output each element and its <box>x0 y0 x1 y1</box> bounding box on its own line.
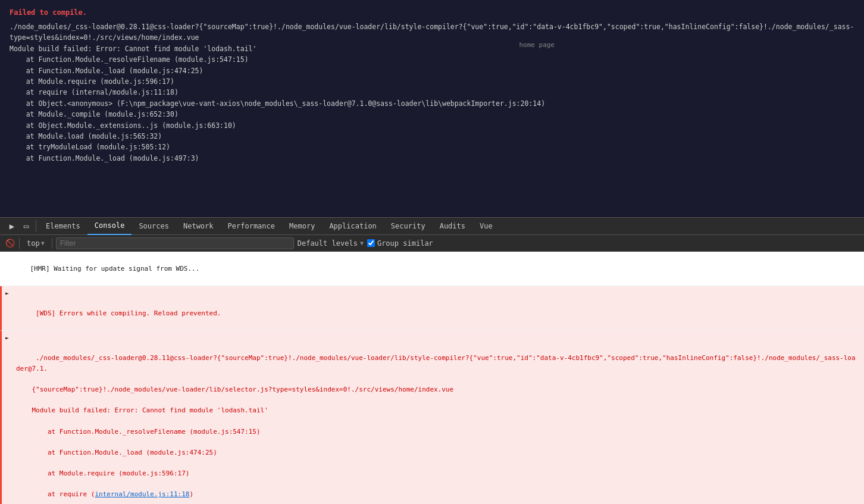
default-levels-label: Default levels <box>298 239 358 248</box>
toolbar-divider-2 <box>52 238 52 249</box>
console-line-hmr: [HMR] Waiting for update signal from WDS… <box>0 252 864 286</box>
context-label: top <box>27 239 40 248</box>
devtools-icon-group: ▶ ▭ <box>2 220 36 232</box>
tab-network[interactable]: Network <box>176 217 221 235</box>
terminal-line-12: at tryModuleLoad (module.js:505:12) <box>10 142 854 152</box>
expand-icon[interactable]: ► <box>5 289 9 298</box>
tab-performance[interactable]: Performance <box>221 217 282 235</box>
tab-memory[interactable]: Memory <box>282 217 322 235</box>
clear-console-icon[interactable]: 🚫 <box>5 238 15 249</box>
context-selector[interactable]: top ▼ <box>23 238 48 249</box>
terminal-line-7: at require (internal/module.js:11:18) <box>10 87 854 98</box>
device-toggle-icon[interactable]: ▭ <box>20 220 32 232</box>
terminal-line-9: at Module._compile (module.js:652:30) <box>10 109 854 120</box>
terminal-line-2: type=styles&index=0!./src/views/home/ind… <box>10 32 854 43</box>
tab-console[interactable]: Console <box>87 217 132 235</box>
tab-vue[interactable]: Vue <box>472 217 500 235</box>
terminal-line-5: at Function.Module._load (module.js:474:… <box>10 65 854 76</box>
compile-error-title: Failed to compile. <box>10 7 854 18</box>
console-line-css-error: ► ./node_modules/_css-loader@0.28.11@css… <box>0 331 864 504</box>
group-similar-text: Group similar <box>377 239 433 248</box>
home-page-label: home page <box>519 40 555 51</box>
devtools-bar: ▶ ▭ Elements Console Sources Network Per… <box>0 217 864 235</box>
toolbar-divider-1 <box>19 238 20 249</box>
tab-security[interactable]: Security <box>384 217 433 235</box>
group-similar-checkbox[interactable] <box>367 239 375 247</box>
default-levels-arrow-icon: ▼ <box>360 240 364 246</box>
top-terminal: Failed to compile. ./node_modules/_css-l… <box>0 0 864 217</box>
inspect-element-icon[interactable]: ▶ <box>6 220 18 232</box>
internal-module-link[interactable]: internal/module.js:11:18 <box>95 490 189 498</box>
terminal-line-4: at Function.Module._resolveFilename (mod… <box>10 54 854 65</box>
context-arrow-icon: ▼ <box>41 240 45 246</box>
console-output: [HMR] Waiting for update signal from WDS… <box>0 252 864 504</box>
filter-input[interactable] <box>56 237 294 249</box>
terminal-line-1: ./node_modules/_css-loader@0.28.11@css-l… <box>10 21 854 32</box>
terminal-line-8: at Object.<anonymous> (F:\npm_package\vu… <box>10 98 854 109</box>
default-levels-selector[interactable]: Default levels ▼ <box>298 239 364 248</box>
console-line-wds-error: ► [WDS] Errors while compiling. Reload p… <box>0 286 864 331</box>
devtools-tabs: Elements Console Sources Network Perform… <box>39 217 862 235</box>
terminal-line-10: at Object.Module._extensions..js (module… <box>10 120 854 131</box>
tab-elements[interactable]: Elements <box>39 217 87 235</box>
tab-sources[interactable]: Sources <box>132 217 176 235</box>
terminal-line-11: at Module.load (module.js:565:32) <box>10 131 854 142</box>
terminal-line-13: at Function.Module._load (module.js:497:… <box>10 153 854 164</box>
expand-icon-2[interactable]: ► <box>5 333 9 343</box>
tab-application[interactable]: Application <box>322 217 383 235</box>
terminal-line-3: Module build failed: Error: Cannot find … <box>10 43 854 54</box>
group-similar-label[interactable]: Group similar <box>367 239 433 248</box>
tab-audits[interactable]: Audits <box>433 217 472 235</box>
console-toolbar: 🚫 top ▼ Default levels ▼ Group similar <box>0 235 864 252</box>
terminal-line-6: at Module.require (module.js:596:17) <box>10 76 854 87</box>
